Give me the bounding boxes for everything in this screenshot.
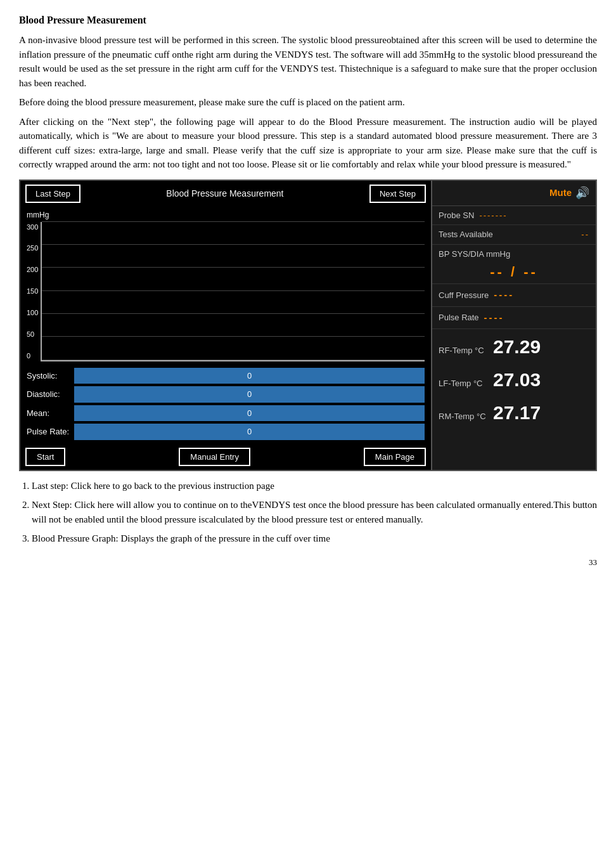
section-title: Blood Pressure Measurement [19,13,597,28]
probe-sn-row: Probe SN ------- [432,206,596,226]
systolic-label: Systolic: [27,370,69,382]
rm-temp-value: 27.17 [493,398,541,427]
y-label-150: 150 [27,286,38,297]
list-item-1: Last step: Click here to go back to the … [32,479,597,493]
mean-label: Mean: [27,407,69,420]
tests-available-row: Tests Available -- [432,225,596,245]
y-label-0: 0 [27,351,38,361]
graph-line-150 [42,290,425,291]
document-body: Blood Pressure Measurement A non-invasiv… [19,13,597,568]
graph-line-50 [42,336,425,337]
speaker-icon: 🔊 [575,185,589,202]
pulse-rate-label: Pulse Rate: [27,426,69,438]
cuff-pressure-value: ---- [494,288,514,302]
graph-canvas [41,222,425,361]
bp-left-panel: Last Step Blood Pressure Measurement Nex… [20,181,431,470]
paragraph-1: A non-invasive blood pressure test will … [19,33,597,90]
lf-temp-value: 27.03 [493,365,541,394]
probe-sn-value: ------- [479,209,507,222]
bp-sys-dia-row: BP SYS/DIA mmHg -- / -- [432,245,596,285]
numbered-list: Last step: Click here to go back to the … [32,479,597,546]
y-label-300: 300 [27,222,38,233]
pulse-rate-value: 0 [74,424,425,440]
probe-sn-label: Probe SN [439,209,474,222]
diastolic-label: Diastolic: [27,388,69,401]
cuff-pressure-label: Cuff Pressure [439,289,489,302]
graph-line-200 [42,267,425,268]
y-label-200: 200 [27,264,38,275]
tests-available-value: -- [581,228,589,241]
main-page-button[interactable]: Main Page [364,448,426,466]
last-step-button[interactable]: Last Step [25,185,80,203]
cuff-pressure-row: Cuff Pressure ---- [432,284,596,307]
y-label-250: 250 [27,243,38,254]
rm-temp-label: RM-Temp °C [439,410,489,423]
graph-line-250 [42,244,425,245]
tests-available-label: Tests Available [439,228,493,241]
ui-panel: Last Step Blood Pressure Measurement Nex… [19,179,597,471]
pulse-rate-right-label: Pulse Rate [439,311,479,324]
graph-unit: mmHg [27,209,425,221]
manual-entry-button[interactable]: Manual Entry [179,448,250,466]
graph-area: mmHg 0 50 100 150 200 250 300 [20,207,431,364]
list-item-2: Next Step: Click here will allow you to … [32,498,597,526]
page-title: Blood Pressure Measurement [19,13,597,28]
lf-temp-label: LF-Temp °C [439,377,489,390]
y-label-100: 100 [27,308,38,318]
start-button[interactable]: Start [25,448,65,466]
pulse-rate-right-row: Pulse Rate ---- [432,307,596,330]
pulse-rate-right-value: ---- [484,311,504,325]
y-label-50: 50 [27,329,38,340]
page-number: 33 [19,556,597,569]
graph-container: 0 50 100 150 200 250 300 [27,222,425,361]
screen-title: Blood Pressure Measurement [87,187,363,200]
bp-right-panel: Mute 🔊 Probe SN ------- Tests Available … [431,181,596,470]
graph-line-300 [42,221,425,222]
rf-temp-row: RF-Temp °C 27.29 [432,329,596,362]
rf-temp-value: 27.29 [493,332,541,361]
bp-sys-dia-label: BP SYS/DIA mmHg [439,248,589,261]
paragraph-3: After clicking on the "Next step", the f… [19,115,597,172]
graph-lines [42,222,425,360]
mean-value: 0 [74,405,425,422]
lf-temp-row: LF-Temp °C 27.03 [432,362,596,395]
bp-sys-dia-value: -- / -- [439,261,589,282]
mute-row: Mute 🔊 [432,181,596,206]
diastolic-value: 0 [74,386,425,403]
systolic-value: 0 [74,368,425,384]
next-step-button[interactable]: Next Step [369,185,426,203]
rm-temp-row: RM-Temp °C 27.17 [432,395,596,428]
top-bar: Last Step Blood Pressure Measurement Nex… [20,181,431,207]
graph-line-0 [42,360,425,360]
list-item-3: Blood Pressure Graph: Displays the graph… [32,531,597,546]
paragraph-2: Before doing the blood pressure measurem… [19,95,597,110]
bottom-bar: Start Manual Entry Main Page [20,444,431,470]
y-axis-labels: 0 50 100 150 200 250 300 [27,222,41,361]
readings-section: Systolic: 0 Diastolic: 0 Mean: 0 Pulse R… [20,364,431,444]
rf-temp-label: RF-Temp °C [439,344,489,357]
graph-line-100 [42,313,425,314]
mute-label[interactable]: Mute [549,186,572,200]
